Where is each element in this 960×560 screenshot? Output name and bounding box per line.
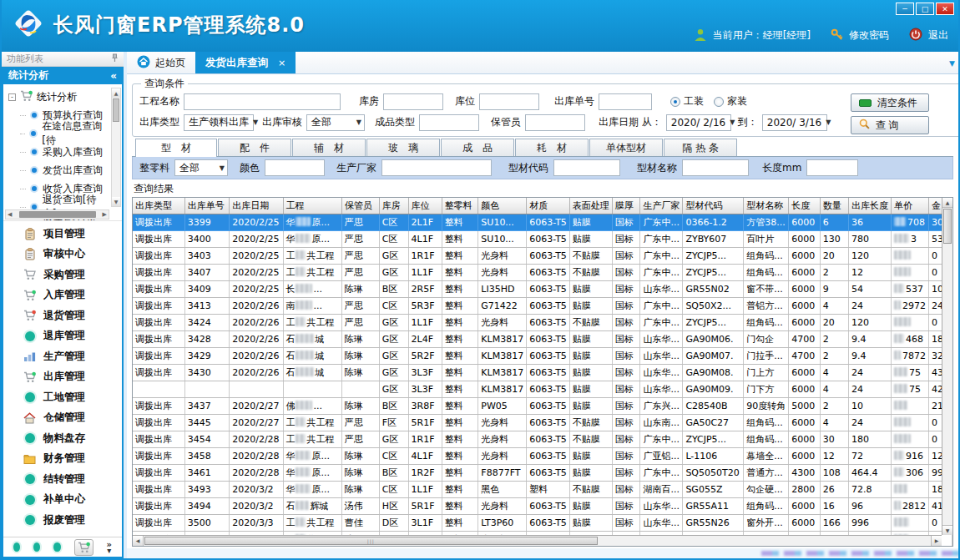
table-row[interactable]: 调拨出库34292020/2/26石城陈琳G区5R2F整料KLM38176063… — [133, 347, 952, 364]
tree-item-3[interactable]: 采购入库查询 — [8, 143, 109, 161]
column-header[interactable]: 工程 — [283, 198, 341, 214]
scroll-right-icon[interactable]: ▶ — [931, 536, 942, 546]
column-header[interactable]: 保管员 — [341, 198, 379, 214]
scroll-left-icon[interactable]: ◀ — [133, 536, 144, 546]
out-type-select[interactable]: 生产领料出库▼ — [184, 114, 254, 131]
sidebar-item-工地管理[interactable]: 工地管理 — [3, 387, 122, 408]
table-row[interactable]: 调拨出库34582020/2/28华原...陈琳C区4L1F整料光身料6063-… — [133, 447, 952, 464]
sidebar-item-项目管理[interactable]: 项目管理 — [3, 224, 122, 245]
column-header[interactable]: 单价 — [891, 198, 928, 214]
order-no-input[interactable] — [599, 93, 652, 110]
column-header[interactable]: 出库日期 — [230, 198, 283, 214]
column-header[interactable]: 出库类型 — [133, 198, 184, 214]
material-tab-6[interactable]: 耗 材 — [515, 139, 589, 156]
sidebar-item-退库管理[interactable]: 退库管理 — [3, 326, 122, 347]
table-row[interactable]: G区3L3F整料KLM38176063-T5贴膜国标山东华...GA90M09.… — [133, 381, 952, 397]
column-header[interactable]: 库位 — [408, 198, 442, 214]
horizontal-scrollbar[interactable]: ◀ ||| ▶ — [133, 535, 942, 546]
column-header[interactable]: 型材名称 — [744, 198, 789, 214]
table-row[interactable]: 调拨出库34282020/2/26石城陈琳G区2L4F整料KLM38176063… — [133, 330, 952, 347]
vertical-scroll-thumb[interactable] — [943, 209, 952, 244]
column-header[interactable]: 整零料 — [442, 198, 478, 214]
column-header[interactable]: 库房 — [379, 198, 408, 214]
material-tab-4[interactable]: 玻 璃 — [366, 139, 440, 156]
column-header[interactable]: 表面处理 — [569, 198, 612, 214]
tab-home[interactable]: 起始页 — [127, 52, 195, 73]
column-header[interactable]: 材质 — [527, 198, 570, 214]
table-row[interactable]: 调拨出库34372020/2/27佛...陈琳B区3R8F整料PW056063-… — [133, 397, 952, 414]
table-row[interactable]: 调拨出库34542020/2/28工共工程严思G区1R1F整料光身料6063-T… — [133, 431, 952, 447]
sidebar-item-补单中心[interactable]: 补单中心 — [3, 490, 122, 511]
profile-code-input[interactable] — [553, 159, 620, 176]
table-row[interactable]: 调拨出库34032020/2/25工共工程严思G区1R1F整料光身料6063-T… — [133, 247, 952, 264]
table-row[interactable]: 调拨出库35002020/3/3工共工程曹佳D区3L1F整料LT3P606063… — [133, 514, 952, 531]
sidebar-item-仓储管理[interactable]: 仓储管理 — [3, 408, 122, 429]
module-dot-icon[interactable] — [13, 542, 20, 552]
project-name-input[interactable] — [184, 93, 341, 110]
scroll-up-icon[interactable]: ▲ — [112, 88, 120, 98]
scroll-down-icon[interactable]: ▼ — [942, 525, 952, 535]
date-to-select[interactable]: 2020/ 3/16▼ — [762, 114, 827, 131]
date-from-select[interactable]: 2020/ 2/16▼ — [666, 114, 731, 131]
material-tab-1[interactable]: 型 材 — [135, 139, 217, 157]
maximize-button[interactable]: □ — [916, 3, 934, 15]
table-row[interactable]: 调拨出库34242020/2/26工共工程严思G区1L1F整料光身料6063-T… — [133, 314, 952, 330]
radio-gongzhuang[interactable]: 工装 — [670, 94, 704, 108]
whole-part-select[interactable]: 全部▼ — [174, 159, 228, 176]
material-tab-2[interactable]: 配 件 — [218, 139, 291, 156]
location-input[interactable] — [479, 93, 539, 110]
sidebar-item-报废管理[interactable]: 报废管理 — [3, 510, 122, 531]
menu-overflow-chevron[interactable]: »▾ — [107, 542, 112, 553]
table-row[interactable]: 调拨出库34452020/2/27工共工程严思F区5R1F整料光身料6063-T… — [133, 414, 952, 431]
column-header[interactable]: 出库单号 — [184, 198, 229, 214]
tree-item-2[interactable]: 在途信息查询[待 — [8, 124, 109, 143]
search-button[interactable]: 查 询 — [851, 116, 929, 134]
profile-name-input[interactable] — [682, 159, 749, 176]
product-type-input[interactable] — [419, 114, 479, 131]
pin-icon[interactable] — [111, 53, 119, 65]
tree-horizontal-scrollbar[interactable]: ◀ ▶ — [5, 209, 109, 219]
table-row[interactable]: 调拨出库34932020/3/2华原...陈琳C区1L1F整料黑色塑料不贴膜国标… — [133, 481, 952, 497]
tree-collapse-icon[interactable]: - — [8, 93, 16, 101]
table-row[interactable]: 调拨出库34942020/3/2石辉城汤伟H区5R1F整料光身料6063-T5贴… — [133, 497, 952, 514]
column-header[interactable]: 型材代码 — [683, 198, 744, 214]
table-row[interactable]: 调拨出库34092020/2/25长...陈琳B区2R5F整料LI35HD606… — [133, 280, 952, 297]
clear-conditions-button[interactable]: 清空条件 — [851, 93, 929, 112]
material-tab-8[interactable]: 隔 热 条 — [664, 139, 737, 156]
warehouse-input[interactable] — [383, 93, 443, 110]
column-header[interactable]: 膜厚 — [612, 198, 640, 214]
length-input[interactable] — [806, 159, 858, 176]
scroll-right-icon[interactable]: ▶ — [103, 211, 107, 218]
factory-input[interactable] — [381, 159, 492, 176]
module-dot-icon[interactable] — [53, 542, 60, 552]
sidebar-item-出库管理[interactable]: 出库管理 — [3, 367, 122, 388]
tree-item-4[interactable]: 发货出库查询 — [8, 161, 109, 179]
tab-shipment-query[interactable]: 发货出库查询 × — [195, 52, 296, 73]
audit-select[interactable]: 全部▼ — [306, 114, 365, 131]
column-header[interactable]: 数量 — [820, 198, 848, 214]
keeper-input[interactable] — [525, 114, 585, 131]
tree-root[interactable]: - 统计分析 — [8, 88, 109, 106]
material-tab-7[interactable]: 单体型材 — [589, 139, 663, 156]
sidebar-item-退货管理[interactable]: 退货管理 — [3, 305, 122, 326]
table-row[interactable]: 调拨出库34302020/2/26石城陈琳G区3L3F整料KLM38176063… — [133, 364, 952, 381]
table-row[interactable]: 调拨出库34002020/2/25华原...严思C区4L1F整料SU10...6… — [133, 230, 952, 247]
sidebar-item-采购管理[interactable]: 采购管理 — [3, 265, 122, 285]
sidebar-item-审核中心[interactable]: 审核中心 — [3, 245, 122, 265]
column-header[interactable]: 出库长度 — [848, 198, 891, 214]
column-header[interactable]: 长度 — [789, 198, 820, 214]
sidebar-item-物料盘存[interactable]: 物料盘存 — [3, 428, 122, 449]
material-tab-3[interactable]: 辅 材 — [292, 139, 366, 156]
horizontal-scroll-thumb[interactable]: ||| — [144, 537, 598, 545]
collapse-sidebar-icon[interactable]: « — [110, 70, 117, 82]
table-row[interactable]: 调拨出库34612020/2/28华原...陈琳B区1R2F整料F8877FT6… — [133, 464, 952, 481]
radio-jiazhuang[interactable]: 家装 — [714, 94, 747, 108]
module-dot-icon[interactable] — [33, 542, 40, 552]
sidebar-item-结转管理[interactable]: 结转管理 — [3, 469, 122, 490]
sidebar-item-入库管理[interactable]: 入库管理 — [3, 285, 122, 306]
tab-close-icon[interactable]: × — [278, 58, 285, 68]
color-input[interactable] — [265, 159, 325, 176]
material-tab-5[interactable]: 成 品 — [441, 139, 514, 156]
close-button[interactable]: ✕ — [936, 3, 954, 15]
scroll-down-icon[interactable]: ▼ — [112, 197, 120, 206]
